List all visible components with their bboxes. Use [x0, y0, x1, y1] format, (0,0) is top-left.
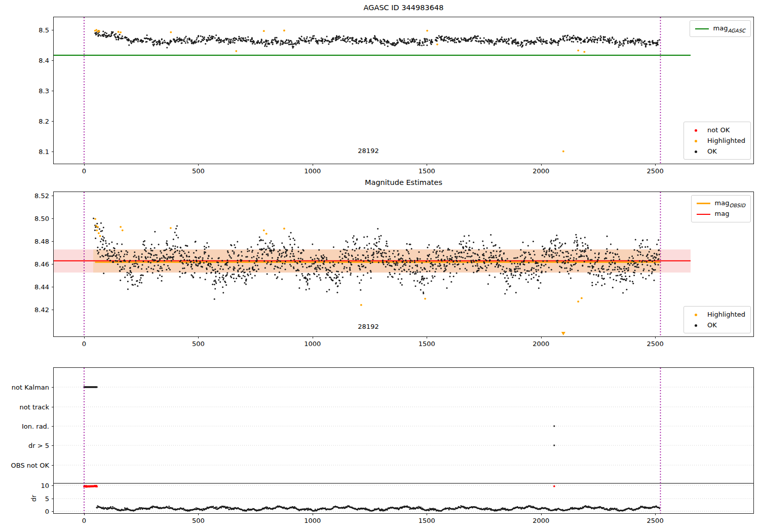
x-tick-label: 500	[192, 340, 205, 348]
black-dot-swatch	[689, 321, 703, 329]
y-tick-label: 8.46	[34, 260, 49, 268]
y-tick-label: 8.48	[34, 237, 49, 245]
x-tick-mark	[427, 336, 427, 338]
legend-label: Highlighted	[707, 137, 745, 144]
figure: AGASC ID 344983648 magAGASC not OK Highl…	[0, 0, 760, 532]
y-tick-mark	[52, 241, 54, 242]
legend-item-mag: mag	[697, 209, 745, 219]
y-tick-label: 8.2	[39, 118, 49, 125]
legend-item-ok: OK	[689, 146, 745, 157]
y-tick-mark	[52, 287, 54, 287]
y-tick-mark	[52, 407, 54, 407]
y-tick-mark	[52, 445, 54, 446]
dr-axis-label: dr	[30, 495, 37, 502]
y-tick-mark	[52, 465, 54, 466]
orange-dot-swatch	[689, 137, 703, 144]
x-tick-label: 500	[192, 167, 205, 175]
y-tick-label: 8.5	[39, 26, 49, 34]
black-dot-swatch	[689, 147, 703, 155]
flag-row-label: OBS not OK	[11, 462, 50, 469]
y-tick-label: 8.50	[34, 214, 49, 222]
obsid-annotation: 28192	[346, 323, 391, 330]
x-tick-label: 1000	[304, 517, 321, 524]
x-tick-label: 1500	[419, 167, 435, 175]
y-tick-mark	[52, 426, 54, 427]
x-tick-label: 1500	[419, 517, 435, 524]
legend-item-mag-obsid: magOBSID	[697, 198, 745, 209]
legend-label: OK	[707, 147, 717, 155]
top-chart: AGASC ID 344983648 magAGASC not OK Highl…	[53, 17, 754, 164]
y-tick-mark	[52, 264, 54, 264]
y-tick-mark	[52, 485, 54, 486]
x-tick-mark	[198, 513, 199, 515]
x-tick-label: 2500	[647, 167, 664, 175]
y-tick-mark	[52, 91, 54, 91]
y-tick-label: 8.42	[34, 306, 49, 313]
x-tick-mark	[655, 513, 656, 515]
legend-item-highlighted: Highlighted	[689, 309, 745, 320]
x-tick-mark	[427, 164, 427, 166]
x-tick-mark	[198, 336, 199, 338]
flag-row-label: not Kalman	[12, 384, 49, 391]
y-tick-label: 8.3	[39, 87, 49, 95]
x-tick-label: 1000	[304, 340, 321, 348]
legend-label: OK	[707, 321, 717, 329]
dr-tick-label: 10	[41, 482, 49, 489]
y-tick-mark	[52, 30, 54, 30]
x-tick-mark	[313, 336, 313, 338]
x-tick-label: 1500	[419, 340, 435, 348]
x-tick-mark	[313, 164, 313, 166]
y-tick-label: 8.44	[34, 283, 49, 290]
x-tick-mark	[655, 336, 656, 338]
x-tick-mark	[198, 164, 199, 166]
middle-chart-title: Magnitude Estimates	[54, 178, 753, 186]
dr-tick-label: 0	[45, 508, 49, 515]
y-tick-label: 8.1	[39, 148, 49, 156]
y-tick-label: 8.52	[34, 192, 49, 199]
x-tick-label: 2500	[647, 340, 664, 348]
obsid-annotation: 28192	[346, 147, 391, 155]
x-tick-label: 1000	[304, 167, 321, 175]
y-tick-mark	[52, 310, 54, 310]
x-tick-mark	[427, 513, 427, 515]
x-tick-mark	[655, 164, 656, 166]
y-tick-mark	[52, 151, 54, 152]
x-tick-label: 2000	[533, 517, 549, 524]
red-dot-swatch	[689, 126, 703, 134]
y-tick-mark	[52, 218, 54, 219]
top-plot-svg	[54, 17, 753, 164]
x-tick-mark	[313, 513, 313, 515]
middle-chart: Magnitude Estimates magOBSID mag Highlig…	[53, 192, 754, 337]
y-tick-mark	[52, 196, 54, 196]
legend-label: magOBSID	[715, 199, 745, 208]
flag-row-label: dr > 5	[28, 442, 49, 449]
orange-dot-swatch	[689, 311, 703, 318]
green-line-swatch	[695, 28, 709, 29]
legend-label: not OK	[707, 126, 730, 134]
x-tick-mark	[84, 164, 85, 166]
middle-plot-svg	[54, 192, 753, 336]
legend-label: mag	[715, 210, 730, 219]
x-tick-mark	[541, 513, 542, 515]
legend-item-mag-agasc: magAGASC	[695, 23, 745, 34]
y-tick-label: 8.4	[39, 57, 49, 64]
red-line-swatch	[697, 214, 710, 215]
x-tick-label: 0	[82, 167, 86, 175]
middle-points-legend: Highlighted OK	[683, 306, 751, 333]
legend-label: magAGASC	[713, 24, 745, 33]
x-tick-label: 2000	[533, 340, 549, 348]
dr-tick-label: 5	[45, 495, 49, 503]
top-points-legend: not OK Highlighted OK	[683, 122, 751, 160]
x-tick-label: 0	[82, 340, 86, 348]
x-tick-mark	[84, 513, 85, 515]
y-tick-mark	[52, 511, 54, 512]
y-tick-mark	[52, 499, 54, 499]
bottom-plot-svg	[54, 368, 753, 513]
legend-label: Highlighted	[707, 311, 745, 318]
legend-item-ok: OK	[689, 320, 745, 330]
y-tick-mark	[52, 387, 54, 388]
y-tick-mark	[52, 121, 54, 122]
bottom-chart: dr 05001000150020002500not Kalmannot tra…	[53, 367, 754, 514]
x-tick-label: 2000	[533, 167, 549, 175]
y-tick-mark	[52, 60, 54, 61]
